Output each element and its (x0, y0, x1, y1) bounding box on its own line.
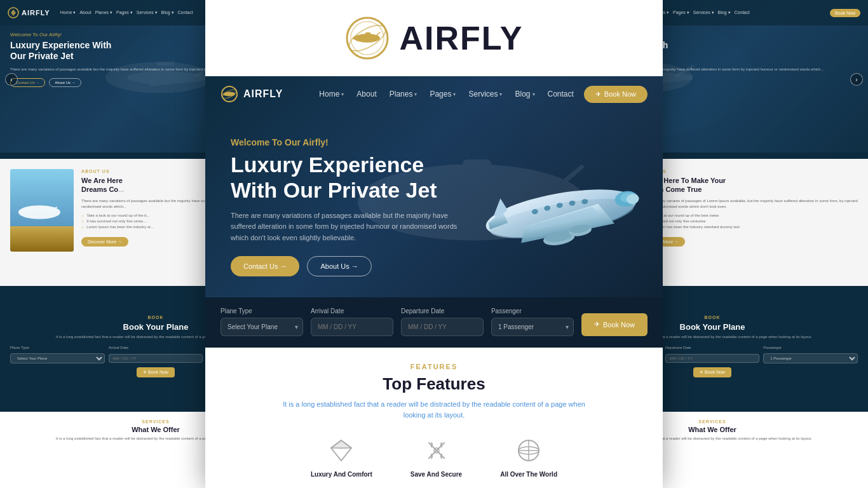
panel-right-departure-group: Departure Date (665, 346, 760, 363)
logo-banner: AIRFLY (205, 0, 663, 76)
panel-right-about-title: We Are Here To Make YourDreams Come True (638, 176, 858, 194)
panel-left-nav-about[interactable]: About (79, 10, 91, 15)
features-label: FEATURES (231, 363, 637, 370)
panel-right-passenger-select[interactable]: 1 Passenger (763, 353, 858, 363)
panel-right-about-label: ABOUT US (638, 169, 858, 173)
panel-left-nav-pages[interactable]: Pages ▾ (116, 10, 133, 15)
hero-text: Welcome To Our Airfly! Luxury Experience… (231, 137, 472, 276)
plane-type-select[interactable]: Select Your Plane (220, 318, 303, 336)
panel-right-departure-input[interactable] (665, 354, 760, 363)
feature-secure: Save And Secure (410, 434, 462, 478)
arrival-date-group: Arrival Date (311, 308, 393, 336)
form-book-label: Book Now (603, 321, 635, 329)
arrival-date-input[interactable] (311, 318, 393, 336)
panel-left-plane-label: Plane Type (10, 346, 105, 349)
features-icons-row: Luxury And Comfort (231, 434, 637, 488)
svg-rect-9 (10, 226, 74, 252)
airfly-logo-text: AIRFLY (400, 19, 524, 57)
nav-blog[interactable]: Blog ▾ (515, 90, 534, 98)
departure-date-group: Departure Date (401, 308, 484, 336)
departure-date-input[interactable] (401, 318, 484, 336)
panel-left-logo-text: AIRFLY (22, 9, 50, 17)
about-us-button[interactable]: About Us → (307, 256, 371, 276)
panel-left-plane-type-group: Plane Type Select Your Plane (10, 346, 105, 363)
hero-plane-svg (472, 150, 650, 277)
panel-left-prev-arrow[interactable]: ‹ (5, 73, 18, 86)
panel-left-discover-btn[interactable]: Discover More → (81, 237, 128, 247)
world-icon-circle (512, 434, 545, 467)
secure-label: Save And Secure (410, 471, 462, 478)
hero-title: Luxury Experience With Our Private Jet (231, 152, 472, 202)
passenger-wrapper: 1 Passenger 2 Passengers 3 Passengers (491, 318, 574, 336)
hero-btns: Contact Us → About Us → (231, 256, 472, 276)
panel-left-nav-home[interactable]: Home ▾ (60, 10, 76, 15)
panel-left-nav-contact[interactable]: Contact (178, 10, 193, 15)
main-nav-links: Home ▾ About Planes ▾ Pages ▾ Services ▾… (319, 90, 574, 98)
passenger-label: Passenger (491, 308, 574, 315)
panel-right-book-submit[interactable]: ✈ Book Now (693, 367, 731, 377)
panel-right-checklist: Take a look at our round up of the best … (638, 214, 858, 229)
main-nav-logo: AIRFLY (220, 85, 283, 103)
panel-right-nav-contact[interactable]: Contact (735, 10, 750, 15)
hero-plane-illustration (472, 150, 650, 277)
panel-right-about-desc: There you many variants of passages of L… (638, 198, 858, 210)
panel-left-nav-planes[interactable]: Planes ▾ (95, 10, 112, 15)
secure-plane-icon (424, 438, 449, 463)
nav-contact[interactable]: Contact (548, 90, 574, 98)
nav-services[interactable]: Services ▾ (468, 90, 502, 98)
airfly-logo-icon (345, 16, 390, 60)
panel-left-arrival-group: Arrival Date (109, 346, 203, 363)
plane-type-wrapper: Select Your Plane (220, 318, 303, 336)
booking-form-row: Plane Type Select Your Plane Arrival Dat… (220, 308, 648, 336)
panel-right-nav-services[interactable]: Services ▾ (693, 10, 714, 15)
svg-rect-34 (365, 32, 370, 35)
panel-left-arrival-label: Arrival Date (109, 346, 203, 349)
departure-date-label: Departure Date (401, 308, 484, 315)
panel-left-nav-services[interactable]: Services ▾ (137, 10, 158, 15)
nav-about[interactable]: About (356, 90, 376, 98)
center-modal: AIRFLY (205, 0, 663, 488)
panel-right-nav-blog[interactable]: Blog ▾ (718, 10, 731, 15)
panel-right-departure-label: Departure Date (665, 346, 760, 349)
plane-type-label: Plane Type (220, 308, 303, 315)
panel-left-logo-icon (8, 7, 19, 18)
main-nav: AIRFLY Home ▾ About Planes ▾ Pages ▾ Ser… (205, 76, 663, 112)
panel-right-nav-pages[interactable]: Pages ▾ (673, 10, 689, 15)
hero-desc: There are many variations of passages av… (231, 210, 472, 244)
panel-right-check-3: Lorem Ipsum has been the industry standa… (638, 225, 858, 229)
luxury-label: Luxury And Comfort (311, 471, 372, 478)
main-nav-logo-icon (220, 85, 238, 103)
main-book-icon: ✈ (595, 90, 601, 98)
nav-home[interactable]: Home ▾ (319, 90, 344, 98)
passenger-select[interactable]: 1 Passenger 2 Passengers 3 Passengers (491, 318, 574, 336)
feature-world: All Over The World (500, 434, 557, 478)
form-book-button[interactable]: ✈ Book Now (581, 313, 648, 336)
panel-left-nav-blog[interactable]: Blog ▾ (161, 10, 174, 15)
arrival-date-label: Arrival Date (311, 308, 393, 315)
passenger-group: Passenger 1 Passenger 2 Passengers 3 Pas… (491, 308, 574, 336)
nav-planes[interactable]: Planes ▾ (390, 90, 417, 98)
world-label: All Over The World (500, 471, 557, 478)
panel-right-next-arrow[interactable]: › (850, 73, 863, 86)
plane-type-group: Plane Type Select Your Plane (220, 308, 303, 336)
panel-left-plane-select[interactable]: Select Your Plane (10, 353, 105, 363)
feature-luxury: Luxury And Comfort (311, 434, 372, 478)
panel-left-book-submit[interactable]: ✈ Book Now (137, 367, 175, 377)
panel-left-about-btn[interactable]: About Us → (49, 78, 81, 87)
luxury-icon-circle (325, 434, 358, 467)
contact-us-button[interactable]: Contact Us → (231, 256, 299, 276)
nav-pages[interactable]: Pages ▾ (430, 90, 456, 98)
main-book-button[interactable]: ✈ Book Now (584, 86, 648, 103)
panel-right-book-button[interactable]: Book Now (830, 9, 860, 17)
main-book-label: Book Now (604, 90, 636, 98)
panel-left-arrival-input[interactable] (109, 354, 203, 363)
secure-icon-circle (420, 434, 453, 467)
main-nav-logo-text: AIRFLY (243, 88, 283, 100)
features-desc: It is a long established fact that a rea… (275, 399, 593, 421)
panel-right-check-2: It has survived not only five centuries (638, 219, 858, 224)
panel-right-passenger-label: Passenger (763, 346, 858, 349)
panel-right-check-1: Take a look at our round up of the best … (638, 214, 858, 218)
panel-right-passenger-group: Passenger 1 Passenger (763, 346, 858, 363)
hero-welcome: Welcome To Our Airfly! (231, 137, 472, 147)
world-globe-icon (516, 438, 541, 463)
